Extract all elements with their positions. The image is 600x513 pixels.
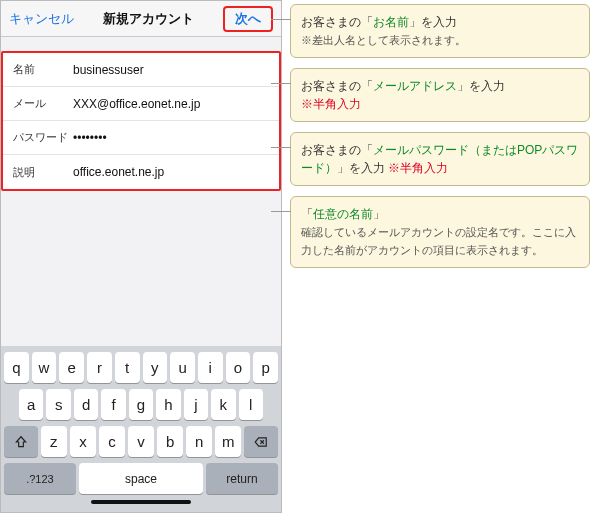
key-o[interactable]: o (226, 352, 251, 383)
key-a[interactable]: a (19, 389, 43, 420)
mail-field[interactable]: XXX@office.eonet.ne.jp (73, 97, 269, 111)
page-title: 新規アカウント (103, 10, 194, 28)
key-x[interactable]: x (70, 426, 96, 457)
text: お客さまの「 (301, 15, 373, 29)
key-y[interactable]: y (143, 352, 168, 383)
shift-key[interactable] (4, 426, 38, 457)
note: 確認しているメールアカウントの設定名です。ここに入力した名前がアカウントの項目に… (301, 226, 576, 256)
return-key[interactable]: return (206, 463, 278, 494)
key-d[interactable]: d (74, 389, 98, 420)
home-indicator (91, 500, 191, 504)
text: 」 (373, 207, 385, 221)
text: 」を入力 (409, 15, 457, 29)
text: お客さまの「 (301, 79, 373, 93)
text: お客さまの「 (301, 143, 373, 157)
callout-mail: お客さまの「メールアドレス」を入力 ※半角入力 (290, 68, 590, 122)
keyboard: q w e r t y u i o p a s d f g h j k l z … (1, 346, 281, 512)
key-l[interactable]: l (239, 389, 263, 420)
key-p[interactable]: p (253, 352, 278, 383)
delete-key[interactable] (244, 426, 278, 457)
row-mail[interactable]: メール XXX@office.eonet.ne.jp (3, 87, 279, 121)
text: 」を入力 (457, 79, 505, 93)
key-r[interactable]: r (87, 352, 112, 383)
key-u[interactable]: u (170, 352, 195, 383)
numbers-key[interactable]: .?123 (4, 463, 76, 494)
key-n[interactable]: n (186, 426, 212, 457)
highlight: 任意の名前 (313, 207, 373, 221)
name-field[interactable]: businessuser (73, 63, 269, 77)
highlight: メールアドレス (373, 79, 457, 93)
key-q[interactable]: q (4, 352, 29, 383)
callout-description: 「任意の名前」 確認しているメールアカウントの設定名です。ここに入力した名前がア… (290, 196, 590, 268)
cancel-button[interactable]: キャンセル (9, 10, 74, 28)
password-field[interactable]: •••••••• (73, 131, 269, 145)
note: ※半角入力 (388, 161, 448, 175)
key-j[interactable]: j (184, 389, 208, 420)
key-row-1: q w e r t y u i o p (4, 352, 278, 383)
phone-frame: キャンセル 新規アカウント 次へ 名前 businessuser メール XXX… (0, 0, 282, 513)
text: 「 (301, 207, 313, 221)
key-row-2: a s d f g h j k l (4, 389, 278, 420)
key-g[interactable]: g (129, 389, 153, 420)
space-key[interactable]: space (79, 463, 203, 494)
key-e[interactable]: e (59, 352, 84, 383)
callout-name: お客さまの「お名前」を入力 ※差出人名として表示されます。 (290, 4, 590, 58)
row-password[interactable]: パスワード •••••••• (3, 121, 279, 155)
key-row-3: z x c v b n m (4, 426, 278, 457)
next-button[interactable]: 次へ (223, 6, 273, 32)
key-c[interactable]: c (99, 426, 125, 457)
key-i[interactable]: i (198, 352, 223, 383)
mail-label: メール (13, 96, 73, 111)
key-k[interactable]: k (211, 389, 235, 420)
key-f[interactable]: f (101, 389, 125, 420)
callout-password: お客さまの「メールパスワード（またはPOPパスワード）」を入力 ※半角入力 (290, 132, 590, 186)
key-t[interactable]: t (115, 352, 140, 383)
key-h[interactable]: h (156, 389, 180, 420)
key-row-4: .?123 space return (4, 463, 278, 494)
highlight: お名前 (373, 15, 409, 29)
name-label: 名前 (13, 62, 73, 77)
row-description[interactable]: 説明 office.eonet.ne.jp (3, 155, 279, 189)
description-field[interactable]: office.eonet.ne.jp (73, 165, 269, 179)
text: 」を入力 (337, 161, 388, 175)
key-b[interactable]: b (157, 426, 183, 457)
row-name[interactable]: 名前 businessuser (3, 53, 279, 87)
account-form: 名前 businessuser メール XXX@office.eonet.ne.… (1, 51, 281, 191)
navbar: キャンセル 新規アカウント 次へ (1, 1, 281, 37)
password-label: パスワード (13, 130, 73, 145)
key-w[interactable]: w (32, 352, 57, 383)
note: ※差出人名として表示されます。 (301, 34, 466, 46)
note: ※半角入力 (301, 97, 361, 111)
key-m[interactable]: m (215, 426, 241, 457)
key-s[interactable]: s (46, 389, 70, 420)
callouts: お客さまの「お名前」を入力 ※差出人名として表示されます。 お客さまの「メールア… (290, 4, 590, 278)
key-z[interactable]: z (41, 426, 67, 457)
description-label: 説明 (13, 165, 73, 180)
key-v[interactable]: v (128, 426, 154, 457)
